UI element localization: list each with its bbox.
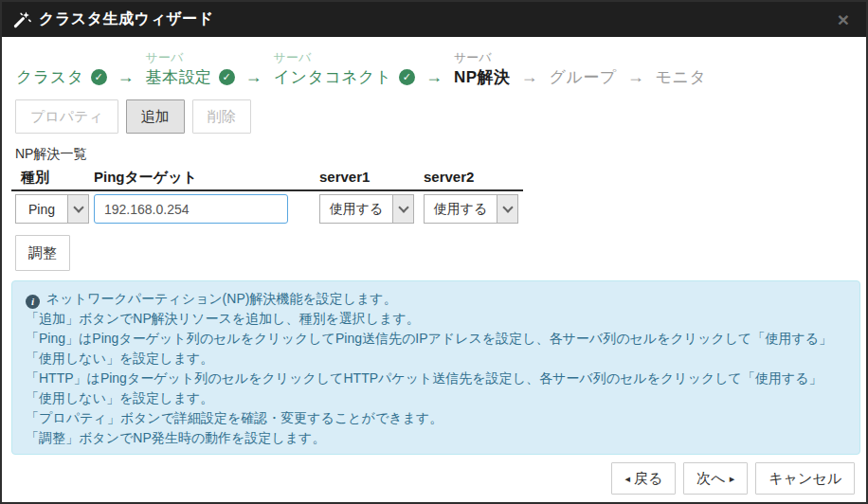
chevron-down-icon[interactable] (67, 195, 88, 223)
np-list-caption: NP解決一覧 (15, 146, 86, 163)
info-icon: i (26, 295, 40, 309)
column-header-type: 種別 (11, 169, 94, 187)
step-monitor: モニタ (655, 48, 707, 89)
chevron-down-icon[interactable] (392, 195, 413, 223)
back-arrow-icon: ◂ (624, 474, 630, 484)
step-label: グループ (550, 66, 617, 89)
step-arrow-icon: → (627, 66, 644, 87)
type-select[interactable]: Ping (15, 194, 89, 224)
np-table-header: 種別 Pingターゲット server1 server2 (11, 169, 523, 191)
tune-button[interactable]: 調整 (15, 235, 70, 271)
column-header-server2: server2 (424, 169, 523, 187)
step-label[interactable]: 基本設定 (146, 66, 212, 89)
info-line: 「HTTP」はPingターゲット列のセルをクリックしてHTTPパケット送信先を設… (26, 369, 846, 388)
info-text: ネットワークパーティション(NP)解決機能を設定します。 (46, 291, 397, 306)
step-complete-check-icon: ✓ (219, 69, 235, 85)
column-header-ping-target: Pingターゲット (94, 169, 319, 187)
cancel-button[interactable]: キャンセル (755, 462, 855, 495)
add-button[interactable]: 追加 (126, 99, 185, 134)
step-arrow-icon: → (521, 66, 538, 87)
info-line: iネットワークパーティション(NP)解決機能を設定します。 (26, 289, 846, 309)
title-bar: クラスタ生成ウィザード × (2, 2, 866, 37)
step-np-resolution: サーバ NP解決 (453, 48, 511, 89)
server1-use-select[interactable]: 使用する (319, 194, 414, 224)
wizard-steps: クラスタ ✓ → サーバ 基本設定 ✓ → サーバ インタコネクト ✓ → サー… (15, 45, 706, 89)
step-sublabel: サーバ (146, 48, 184, 66)
step-label[interactable]: クラスタ (16, 66, 84, 89)
next-button-label: 次へ (696, 470, 725, 487)
magic-wand-icon (13, 10, 31, 28)
step-cluster[interactable]: クラスタ (15, 48, 84, 89)
footer-buttons: ◂ 戻る 次へ ▸ キャンセル (611, 462, 855, 495)
table-row: Ping 使用する 使用する (15, 194, 523, 224)
step-arrow-icon: → (118, 66, 135, 87)
close-button[interactable]: × (832, 8, 855, 31)
step-group: グループ (549, 48, 617, 89)
step-label[interactable]: インタコネクト (274, 66, 392, 89)
step-sublabel: サーバ (454, 48, 492, 66)
info-line: 「Ping」はPingターゲット列のセルをクリックしてPing送信先のIPアドレ… (26, 329, 846, 349)
back-button-label: 戻る (634, 470, 662, 487)
info-line: 「使用しない」を設定します。 (26, 388, 846, 408)
step-label: モニタ (656, 66, 707, 89)
step-arrow-icon: → (245, 66, 262, 87)
info-line: 「追加」ボタンでNP解決リソースを追加し、種別を選択します。 (26, 309, 846, 329)
step-interconnect[interactable]: サーバ インタコネクト (273, 48, 392, 89)
type-select-value: Ping (16, 195, 67, 223)
cancel-button-label: キャンセル (769, 470, 841, 487)
ping-target-input[interactable] (94, 194, 288, 224)
toolbar: プロパティ 追加 削除 (15, 99, 251, 134)
chevron-down-icon[interactable] (497, 195, 517, 223)
column-header-server1: server1 (319, 169, 424, 187)
next-button[interactable]: 次へ ▸ (683, 462, 748, 495)
info-line: 「使用しない」を設定します。 (26, 349, 846, 369)
info-box: iネットワークパーティション(NP)解決機能を設定します。 「追加」ボタンでNP… (11, 280, 860, 455)
step-sublabel: サーバ (274, 48, 312, 66)
server1-select-value: 使用する (320, 195, 392, 223)
delete-button[interactable]: 削除 (192, 99, 251, 134)
info-line: 「調整」ボタンでNP発生時の動作を設定します。 (26, 428, 846, 448)
info-line: 「プロパティ」ボタンで詳細設定を確認・変更することができます。 (26, 408, 846, 428)
step-complete-check-icon: ✓ (91, 69, 107, 85)
server2-select-value: 使用する (425, 195, 497, 223)
next-arrow-icon: ▸ (730, 474, 735, 484)
step-complete-check-icon: ✓ (399, 69, 415, 85)
step-basic-settings[interactable]: サーバ 基本設定 (145, 48, 212, 89)
step-arrow-icon: → (425, 66, 443, 87)
step-label: NP解決 (454, 66, 511, 89)
server2-use-select[interactable]: 使用する (424, 194, 518, 224)
dialog-title: クラスタ生成ウィザード (39, 9, 214, 29)
cluster-wizard-dialog: クラスタ生成ウィザード × クラスタ ✓ → サーバ 基本設定 ✓ → サーバ … (0, 0, 868, 504)
back-button[interactable]: ◂ 戻る (611, 462, 676, 495)
property-button[interactable]: プロパティ (15, 99, 118, 134)
